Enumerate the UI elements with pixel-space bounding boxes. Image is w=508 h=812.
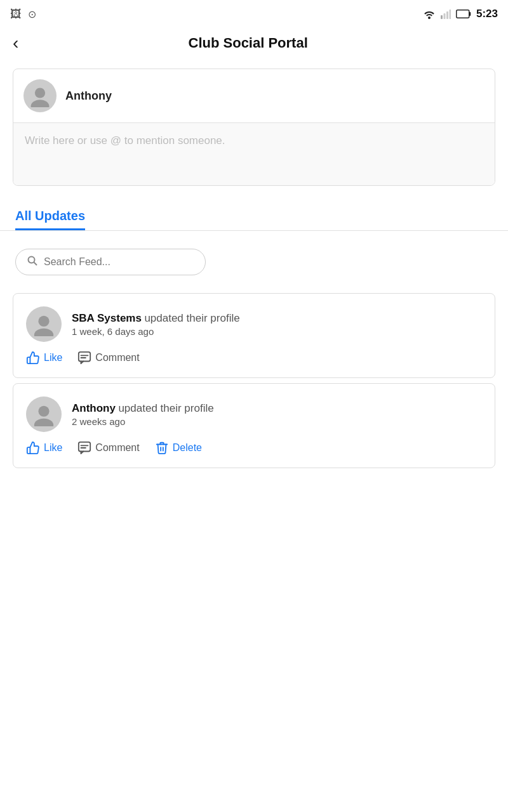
like-label-2: Like [44,442,62,454]
feed-actions-1: Like Comment [26,351,482,365]
svg-rect-5 [469,12,471,16]
trash-icon [155,441,169,455]
feed-card-2: Anthony updated their profile 2 weeks ag… [13,383,495,468]
svg-point-15 [38,406,49,417]
feed-name-action-1: SBA Systems updated their profile [72,312,482,325]
svg-point-6 [35,88,45,98]
delete-button-2[interactable]: Delete [155,441,202,455]
page-header: ‹ Club Social Portal [0,28,508,62]
thumbs-up-icon [26,351,40,365]
comment-button-2[interactable]: Comment [77,441,139,455]
comment-label-2: Comment [95,442,139,454]
image-icon: 🖼 [10,8,22,21]
feed-name-2: Anthony [72,402,116,414]
like-button-2[interactable]: Like [26,441,62,455]
feed-name-1: SBA Systems [72,312,142,324]
svg-point-11 [34,329,53,336]
wifi-icon [423,9,436,19]
comment-icon-1 [77,351,91,365]
section-divider [0,230,508,231]
composer-input[interactable]: Write here or use @ to mention someone. [13,123,495,185]
status-bar: 🖼 ⊙ 5:23 [0,0,508,28]
svg-point-7 [31,100,50,107]
feed-action-1: updated their profile [144,312,239,324]
svg-point-10 [38,316,49,327]
like-button-1[interactable]: Like [26,351,62,365]
svg-rect-12 [79,352,90,362]
svg-rect-3 [449,10,451,19]
feed-avatar-2 [26,396,62,432]
all-updates-section: All Updates [0,199,508,230]
svg-rect-4 [457,10,469,18]
record-icon: ⊙ [28,8,36,20]
feed-name-action-2: Anthony updated their profile [72,402,482,415]
composer-avatar [23,79,57,112]
page-title: Club Social Portal [29,35,467,51]
search-wrapper [0,241,508,288]
feed-avatar-1 [26,306,62,342]
feed-action-2: updated their profile [118,402,213,414]
delete-label-2: Delete [173,442,202,454]
no-signal-icon [441,9,451,19]
search-box[interactable] [15,249,206,275]
svg-point-8 [29,257,35,263]
thumbs-up-icon-2 [26,441,40,455]
feed-actions-2: Like Comment Delete [26,441,482,455]
time-display: 5:23 [476,8,498,20]
svg-rect-0 [441,15,443,19]
feed-info-1: SBA Systems updated their profile 1 week… [72,312,482,337]
back-button[interactable]: ‹ [13,34,18,52]
search-icon [27,256,37,268]
svg-rect-1 [443,13,445,19]
composer-user-row: Anthony [13,69,495,123]
composer-username: Anthony [65,89,112,103]
svg-point-16 [34,419,53,426]
feed-card-1: SBA Systems updated their profile 1 week… [13,293,495,378]
post-composer: Anthony Write here or use @ to mention s… [13,69,495,186]
comment-label-1: Comment [95,352,139,363]
feed-card-1-header: SBA Systems updated their profile 1 week… [26,306,482,342]
svg-rect-2 [446,11,448,19]
section-title: All Updates [15,209,85,230]
comment-button-1[interactable]: Comment [77,351,139,365]
feed-time-1: 1 week, 6 days ago [72,326,482,337]
battery-icon [456,10,471,18]
feed-card-2-header: Anthony updated their profile 2 weeks ag… [26,396,482,432]
comment-icon-2 [77,441,91,455]
status-left-icons: 🖼 ⊙ [10,8,36,21]
like-label-1: Like [44,352,62,363]
svg-line-9 [34,263,37,266]
svg-rect-17 [79,442,90,452]
status-right-icons: 5:23 [423,8,498,20]
search-input[interactable] [44,256,194,268]
feed-time-2: 2 weeks ago [72,416,482,427]
feed-info-2: Anthony updated their profile 2 weeks ag… [72,402,482,427]
